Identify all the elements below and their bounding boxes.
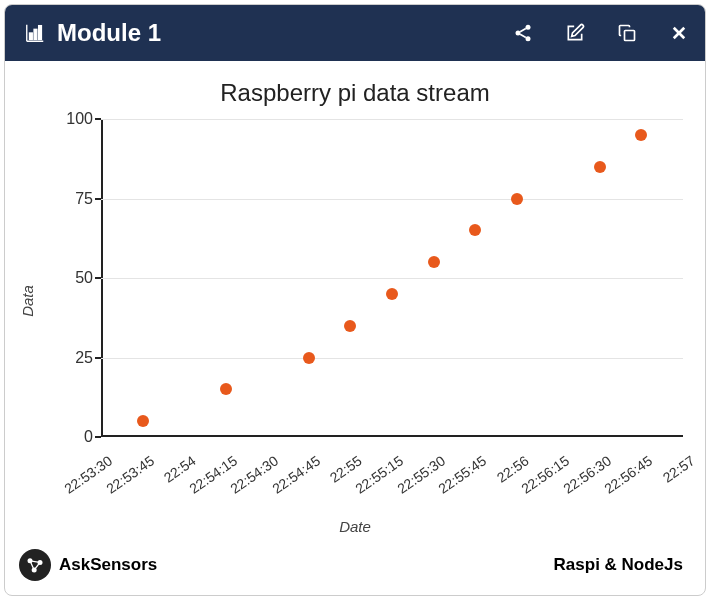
- gridline: [101, 278, 683, 279]
- ytick-label: 50: [59, 269, 93, 287]
- data-point: [386, 288, 398, 300]
- gridline: [101, 119, 683, 120]
- close-icon[interactable]: [667, 21, 691, 45]
- module-card: Module 1: [4, 4, 706, 596]
- gridline: [101, 199, 683, 200]
- edit-icon[interactable]: [563, 21, 587, 45]
- ytick-mark: [95, 118, 101, 120]
- ytick-mark: [95, 357, 101, 359]
- data-point: [635, 129, 647, 141]
- x-axis-line: [101, 435, 683, 437]
- ytick-label: 75: [59, 190, 93, 208]
- bar-chart-icon: [23, 21, 47, 45]
- svg-point-7: [526, 36, 531, 41]
- footer-brand-text: AskSensors: [59, 555, 157, 575]
- card-header: Module 1: [5, 5, 705, 61]
- svg-point-6: [516, 31, 521, 36]
- card-title: Module 1: [57, 19, 161, 47]
- svg-point-5: [526, 25, 531, 30]
- y-axis-label: Data: [19, 285, 36, 317]
- plot-region: 025507510022:53:3022:53:4522:5422:54:152…: [101, 119, 683, 437]
- data-point: [220, 383, 232, 395]
- ytick-label: 0: [59, 428, 93, 446]
- chart-title: Raspberry pi data stream: [5, 79, 705, 107]
- card-footer: AskSensors Raspi & NodeJs: [5, 541, 705, 595]
- gridline: [101, 358, 683, 359]
- ytick-mark: [95, 198, 101, 200]
- ytick-mark: [95, 277, 101, 279]
- svg-rect-3: [34, 29, 37, 39]
- svg-rect-2: [30, 33, 33, 39]
- xtick-label: 22:57: [660, 452, 698, 485]
- data-point: [511, 193, 523, 205]
- chart-area: Raspberry pi data stream Data Date 02550…: [5, 61, 705, 541]
- ytick-label: 100: [59, 110, 93, 128]
- data-point: [469, 224, 481, 236]
- svg-rect-8: [625, 31, 635, 41]
- copy-icon[interactable]: [615, 21, 639, 45]
- data-point: [303, 352, 315, 364]
- asksensors-logo-icon: [19, 549, 51, 581]
- footer-subtitle: Raspi & NodeJs: [554, 555, 683, 575]
- share-icon[interactable]: [511, 21, 535, 45]
- ytick-label: 25: [59, 349, 93, 367]
- header-actions: [511, 21, 691, 45]
- data-point: [344, 320, 356, 332]
- ytick-mark: [95, 436, 101, 438]
- data-point: [594, 161, 606, 173]
- data-point: [428, 256, 440, 268]
- footer-brand: AskSensors: [19, 549, 157, 581]
- svg-rect-4: [39, 26, 42, 40]
- x-axis-label: Date: [339, 518, 371, 535]
- data-point: [137, 415, 149, 427]
